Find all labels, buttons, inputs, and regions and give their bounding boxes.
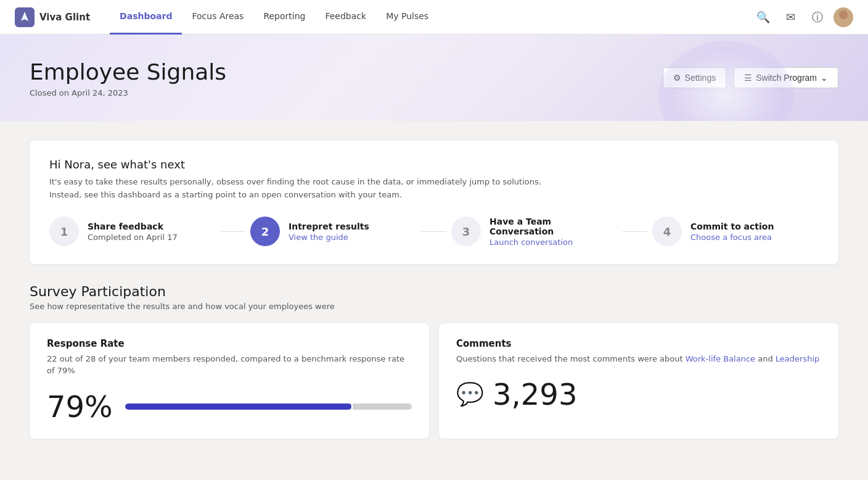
comments-desc: Questions that received the most comment… bbox=[456, 353, 821, 365]
work-life-balance-link[interactable]: Work-life Balance bbox=[686, 354, 755, 363]
step-4-info: Commit to action Choose a focus area bbox=[690, 221, 819, 242]
search-button[interactable]: 🔍 bbox=[752, 6, 774, 28]
step-2-sub: View the guide bbox=[289, 233, 417, 242]
step-4: 4 Commit to action Choose a focus area bbox=[652, 217, 819, 246]
steps-container: 1 Share feedback Completed on April 17 2… bbox=[49, 217, 819, 247]
switch-program-icon: ☰ bbox=[744, 73, 752, 83]
step-2-circle: 2 bbox=[250, 217, 280, 246]
response-rate-title: Response Rate bbox=[47, 338, 412, 349]
step-4-sub: Choose a focus area bbox=[690, 233, 819, 242]
brand-logo[interactable]: Viva Glint bbox=[15, 7, 90, 27]
comments-title: Comments bbox=[456, 338, 821, 349]
svg-point-4 bbox=[835, 20, 851, 27]
search-icon: 🔍 bbox=[756, 10, 770, 24]
page-title: Employee Signals bbox=[30, 59, 838, 85]
response-rate-row: 79% bbox=[47, 389, 412, 424]
step-divider-2 bbox=[422, 231, 446, 232]
step-2: 2 Intrepret results View the guide bbox=[250, 217, 417, 246]
whats-next-card: Hi Nora, see what's next It's easy to ta… bbox=[30, 141, 838, 264]
step-1-info: Share feedback Completed on April 17 bbox=[88, 221, 216, 242]
step-4-circle: 4 bbox=[652, 217, 682, 246]
progress-fill bbox=[125, 403, 352, 410]
step-divider-1 bbox=[221, 231, 245, 232]
nav-links: Dashboard Focus Areas Reporting Feedback… bbox=[110, 0, 752, 35]
whats-next-description: It's easy to take these results personal… bbox=[49, 176, 819, 202]
main-content: Hi Nora, see what's next It's easy to ta… bbox=[0, 121, 868, 458]
launch-conversation-link[interactable]: Launch conversation bbox=[489, 238, 573, 247]
nav-link-dashboard[interactable]: Dashboard bbox=[110, 0, 182, 35]
comments-count: 3,293 bbox=[493, 377, 577, 412]
step-4-name: Commit to action bbox=[690, 221, 819, 231]
hero-actions: ⚙ Settings ☰ Switch Program ⌄ bbox=[663, 67, 838, 88]
step-divider-3 bbox=[623, 231, 647, 232]
participation-section: Survey Participation See how representat… bbox=[30, 284, 838, 439]
navigation: Viva Glint Dashboard Focus Areas Reporti… bbox=[0, 0, 868, 35]
step-3-sub: Launch conversation bbox=[489, 238, 618, 247]
comments-row: 💬 3,293 bbox=[456, 377, 821, 412]
mail-icon: ✉ bbox=[786, 10, 795, 24]
step-3-name: Have a Team Conversation bbox=[489, 217, 618, 236]
switch-program-button[interactable]: ☰ Switch Program ⌄ bbox=[734, 67, 838, 88]
page-subtitle: Closed on April 24, 2023 bbox=[30, 88, 838, 97]
brand-name: Viva Glint bbox=[39, 12, 90, 23]
mail-button[interactable]: ✉ bbox=[779, 6, 801, 28]
step-2-info: Intrepret results View the guide bbox=[289, 221, 417, 242]
chevron-down-icon: ⌄ bbox=[821, 73, 828, 83]
help-button[interactable]: ⓘ bbox=[806, 6, 829, 28]
nav-link-feedback[interactable]: Feedback bbox=[315, 0, 376, 35]
help-icon: ⓘ bbox=[812, 10, 823, 25]
response-rate-desc: 22 out of 28 of your team members respon… bbox=[47, 353, 412, 377]
response-rate-card: Response Rate 22 out of 28 of your team … bbox=[30, 323, 429, 439]
nav-actions: 🔍 ✉ ⓘ bbox=[752, 6, 853, 28]
comments-card: Comments Questions that received the mos… bbox=[439, 323, 838, 439]
view-guide-link[interactable]: View the guide bbox=[289, 233, 348, 242]
stat-grid: Response Rate 22 out of 28 of your team … bbox=[30, 323, 838, 439]
leadership-link[interactable]: Leadership bbox=[776, 354, 819, 363]
progress-bar bbox=[125, 403, 412, 410]
response-rate-value: 79% bbox=[47, 389, 113, 424]
step-1-circle: 1 bbox=[49, 217, 79, 246]
participation-heading: Survey Participation bbox=[30, 284, 838, 299]
step-1-name: Share feedback bbox=[88, 221, 216, 231]
step-1-sub: Completed on April 17 bbox=[88, 233, 216, 242]
comment-icon: 💬 bbox=[456, 381, 484, 407]
svg-point-3 bbox=[839, 10, 848, 19]
participation-desc: See how representative the results are a… bbox=[30, 302, 838, 311]
step-1: 1 Share feedback Completed on April 17 bbox=[49, 217, 216, 246]
settings-icon: ⚙ bbox=[673, 73, 681, 83]
step-2-name: Intrepret results bbox=[289, 221, 417, 231]
settings-button[interactable]: ⚙ Settings bbox=[663, 67, 727, 88]
nav-link-my-pulses[interactable]: My Pulses bbox=[376, 0, 438, 35]
nav-link-focus-areas[interactable]: Focus Areas bbox=[182, 0, 253, 35]
avatar[interactable] bbox=[833, 7, 853, 27]
choose-focus-area-link[interactable]: Choose a focus area bbox=[690, 233, 772, 242]
step-3-circle: 3 bbox=[451, 217, 481, 246]
step-3: 3 Have a Team Conversation Launch conver… bbox=[451, 217, 618, 247]
progress-track bbox=[125, 403, 412, 410]
progress-marker bbox=[351, 403, 353, 410]
nav-link-reporting[interactable]: Reporting bbox=[253, 0, 315, 35]
hero-banner: Employee Signals Closed on April 24, 202… bbox=[0, 35, 868, 121]
whats-next-heading: Hi Nora, see what's next bbox=[49, 158, 819, 171]
step-3-info: Have a Team Conversation Launch conversa… bbox=[489, 217, 618, 247]
